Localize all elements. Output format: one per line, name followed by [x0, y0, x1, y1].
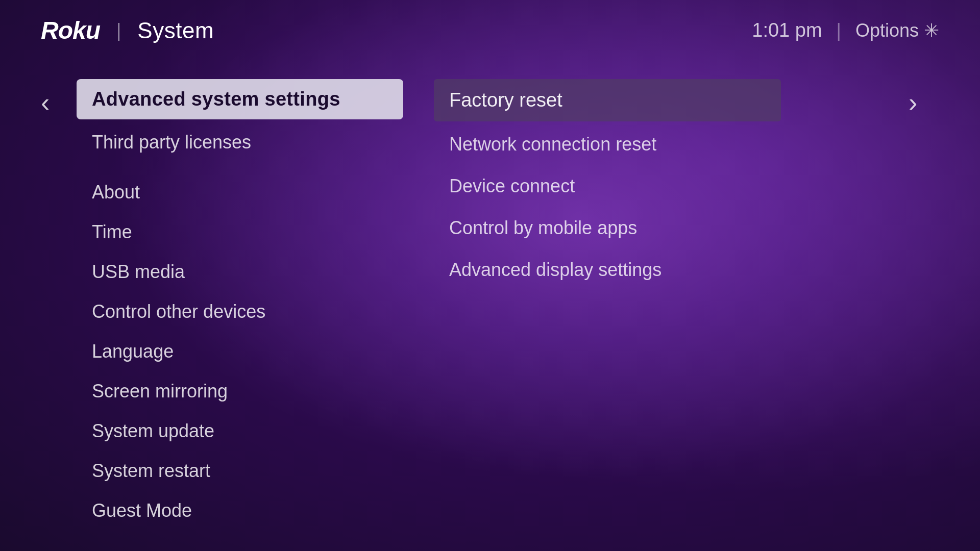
menu-item-third-party-licenses[interactable]: Third party licenses: [77, 122, 403, 162]
roku-logo: Roku: [41, 16, 100, 44]
options-label: Options: [855, 20, 919, 41]
menu-item-guest-mode[interactable]: Guest Mode: [77, 491, 403, 531]
control-by-mobile-apps-label: Control by mobile apps: [449, 217, 637, 238]
menu-item-advanced-system-settings[interactable]: Advanced system settings: [77, 79, 403, 119]
menu-item-control-other-devices[interactable]: Control other devices: [77, 292, 403, 332]
system-update-label: System update: [92, 420, 214, 441]
right-arrow-icon: ›: [909, 87, 917, 118]
nav-arrow-left[interactable]: ‹: [41, 79, 71, 528]
right-item-advanced-display-settings[interactable]: Advanced display settings: [434, 249, 781, 291]
advanced-display-settings-label: Advanced display settings: [449, 259, 662, 280]
factory-reset-label: Factory reset: [449, 89, 562, 111]
asterisk-icon: ✳: [924, 20, 939, 41]
header-pipe: |: [837, 20, 841, 41]
nav-arrow-right[interactable]: ›: [909, 79, 939, 528]
header-divider: |: [116, 20, 121, 41]
main-content: ‹ Advanced system settings Third party l…: [0, 59, 980, 548]
time-label: Time: [92, 221, 132, 242]
header-left: Roku | System: [41, 16, 214, 44]
left-menu: Advanced system settings Third party lic…: [77, 79, 403, 528]
language-label: Language: [92, 341, 174, 362]
menu-item-usb-media[interactable]: USB media: [77, 252, 403, 292]
menu-item-about[interactable]: About: [77, 172, 403, 212]
control-other-devices-label: Control other devices: [92, 301, 265, 322]
menu-item-system-restart[interactable]: System restart: [77, 451, 403, 491]
network-connection-reset-label: Network connection reset: [449, 134, 656, 155]
clock: 1:01 pm: [752, 19, 822, 41]
page-title: System: [137, 18, 214, 43]
header: Roku | System 1:01 pm | Options ✳: [0, 0, 980, 59]
menu-item-language[interactable]: Language: [77, 332, 403, 371]
right-menu: Factory reset Network connection reset D…: [434, 79, 781, 528]
right-item-control-by-mobile-apps[interactable]: Control by mobile apps: [434, 207, 781, 249]
menu-item-time[interactable]: Time: [77, 212, 403, 252]
advanced-system-settings-label: Advanced system settings: [92, 88, 340, 110]
screen-mirroring-label: Screen mirroring: [92, 381, 228, 402]
menu-item-system-update[interactable]: System update: [77, 411, 403, 451]
usb-media-label: USB media: [92, 261, 185, 282]
menu-item-screen-mirroring[interactable]: Screen mirroring: [77, 371, 403, 411]
right-item-network-connection-reset[interactable]: Network connection reset: [434, 123, 781, 165]
device-connect-label: Device connect: [449, 176, 575, 196]
header-right: 1:01 pm | Options ✳: [752, 19, 939, 41]
right-item-device-connect[interactable]: Device connect: [434, 165, 781, 207]
guest-mode-label: Guest Mode: [92, 500, 192, 521]
options-button[interactable]: Options ✳: [855, 20, 939, 41]
about-label: About: [92, 182, 140, 203]
system-restart-label: System restart: [92, 460, 210, 481]
third-party-licenses-label: Third party licenses: [92, 132, 251, 153]
right-item-factory-reset[interactable]: Factory reset: [434, 79, 781, 121]
left-arrow-icon: ‹: [41, 87, 50, 118]
